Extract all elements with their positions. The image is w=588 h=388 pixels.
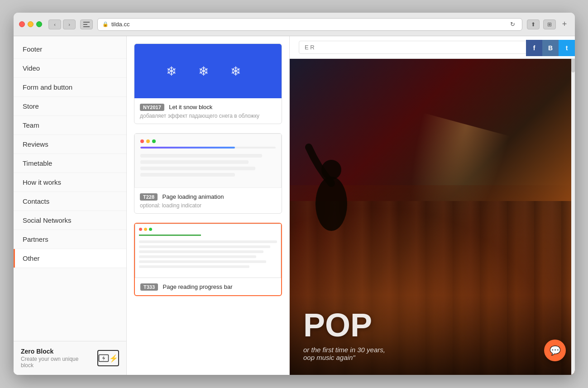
close-button[interactable] xyxy=(19,21,25,27)
dot-1 xyxy=(140,139,144,143)
svg-rect-0 xyxy=(83,22,90,23)
sidebar-item-label: Store xyxy=(23,102,39,110)
progress-reading-bar xyxy=(139,235,201,236)
reader-button[interactable]: ⊞ xyxy=(543,19,556,29)
content-line-3 xyxy=(140,167,255,170)
loading-content-lines xyxy=(140,154,276,177)
sidebar-item-label: Reviews xyxy=(23,140,48,148)
sidebar-item-team[interactable]: Team xyxy=(14,116,126,135)
block-card-snow[interactable]: ❄ ❄ ❄ NY2017 Let it snow block добавляет… xyxy=(134,43,282,124)
browser-titlebar: ‹ › 🔒 tilda.cc ↻ ⬆ ⊞ + xyxy=(14,13,575,36)
site-preview: f B t xyxy=(290,36,575,375)
sidebar-item-label: Other xyxy=(23,254,40,262)
pdot-2 xyxy=(144,228,147,231)
content-line-1 xyxy=(140,154,262,158)
snow-preview: ❄ ❄ ❄ xyxy=(134,44,282,98)
block-info-progress: T333 Page reading progress bar xyxy=(135,278,281,295)
sidebar-item-label: Social Networks xyxy=(23,216,72,224)
zero-block-section[interactable]: Zero Block Create your own unique block xyxy=(14,341,126,375)
minimize-button[interactable] xyxy=(28,21,33,27)
ptl-2 xyxy=(139,245,270,248)
block-desc-snow: добавляет эффект падающего снега в облож… xyxy=(140,113,276,119)
pop-text-label: POP xyxy=(303,307,372,343)
sidebar-item-video[interactable]: Video xyxy=(14,59,126,78)
progress-preview xyxy=(135,224,281,278)
sidebar-item-label: Contacts xyxy=(23,197,49,205)
social-share-bar: f B t xyxy=(526,40,575,56)
block-card-progress[interactable]: T333 Page reading progress bar xyxy=(134,223,282,296)
browser-dots-progress xyxy=(139,228,277,231)
address-bar[interactable]: 🔒 tilda.cc ↻ xyxy=(97,18,522,31)
pdot-3 xyxy=(149,228,152,231)
sidebar-nav: Footer Video Form and button Store Team … xyxy=(14,36,126,341)
lock-icon: 🔒 xyxy=(102,21,109,27)
vk-share-button[interactable]: B xyxy=(542,40,559,56)
block-info-loading: T228 Page loading animation optional: lo… xyxy=(134,188,282,213)
sidebar-item-how-it-works[interactable]: How it works xyxy=(14,173,126,192)
ptl-6 xyxy=(139,265,249,268)
reload-button[interactable]: ↻ xyxy=(507,19,517,29)
person-silhouette xyxy=(304,122,359,213)
facebook-share-button[interactable]: f xyxy=(526,40,542,56)
sidebar-item-timetable[interactable]: Timetable xyxy=(14,154,126,173)
traffic-lights xyxy=(19,21,42,27)
blocks-panel: ❄ ❄ ❄ NY2017 Let it snow block добавляет… xyxy=(127,36,290,375)
person-svg xyxy=(304,122,359,235)
ptl-3 xyxy=(139,250,263,253)
scrollbar-track xyxy=(571,36,575,375)
pop-heading: POP xyxy=(303,309,561,341)
block-card-loading[interactable]: T228 Page loading animation optional: lo… xyxy=(134,133,282,214)
concert-overlay: POP or the first time in 30 years,oop mu… xyxy=(290,295,575,375)
concert-background: POP or the first time in 30 years,oop mu… xyxy=(290,59,575,375)
sidebar-item-label: Video xyxy=(23,64,40,72)
sidebar-item-label: Timetable xyxy=(23,159,52,167)
browser-window: ‹ › 🔒 tilda.cc ↻ ⬆ ⊞ + Footer xyxy=(14,13,575,375)
sidebar-item-contacts[interactable]: Contacts xyxy=(14,192,126,211)
nav-buttons: ‹ › xyxy=(48,19,76,29)
sidebar-icon xyxy=(83,22,90,27)
chat-widget-button[interactable]: 💬 xyxy=(544,340,566,361)
zero-block-icon xyxy=(97,350,119,366)
content-line-4 xyxy=(140,173,235,177)
svg-rect-2 xyxy=(83,26,90,27)
pdot-1 xyxy=(139,228,142,231)
sidebar-item-partners[interactable]: Partners xyxy=(14,230,126,249)
loading-bar xyxy=(140,147,235,148)
sidebar-item-social-networks[interactable]: Social Networks xyxy=(14,211,126,230)
zero-block-title: Zero Block xyxy=(21,348,92,355)
back-button[interactable]: ‹ xyxy=(48,19,61,29)
progress-text-lines xyxy=(139,240,277,268)
content-line-2 xyxy=(140,160,249,164)
zero-block-subtitle: Create your own unique block xyxy=(21,356,92,369)
url-text: tilda.cc xyxy=(111,21,129,28)
share-button[interactable]: ⬆ xyxy=(527,19,540,29)
toolbar-right: ⬆ ⊞ + xyxy=(527,19,569,29)
sidebar-item-label: Team xyxy=(23,121,39,129)
sidebar-item-form-and-button[interactable]: Form and button xyxy=(14,78,126,97)
loading-preview xyxy=(134,134,282,188)
block-name-loading: Page loading animation xyxy=(163,193,224,200)
ptl-4 xyxy=(139,255,256,258)
sidebar-item-label: How it works xyxy=(23,178,61,186)
sidebar-item-store[interactable]: Store xyxy=(14,97,126,116)
sidebar-item-footer[interactable]: Footer xyxy=(14,40,126,59)
browser-content: Footer Video Form and button Store Team … xyxy=(14,36,575,375)
sidebar-item-label: Form and button xyxy=(23,83,72,91)
sidebar-toggle-button[interactable] xyxy=(80,19,93,29)
lightning-icon xyxy=(98,353,109,364)
block-desc-loading: optional: loading indicator xyxy=(140,202,276,209)
sidebar-item-reviews[interactable]: Reviews xyxy=(14,135,126,154)
site-search-bar: f B t xyxy=(290,36,575,59)
twitter-share-button[interactable]: t xyxy=(559,40,575,56)
add-tab-button[interactable]: + xyxy=(559,19,569,29)
block-tag-ny: NY2017 xyxy=(140,104,164,111)
sidebar: Footer Video Form and button Store Team … xyxy=(14,36,127,375)
maximize-button[interactable] xyxy=(36,21,42,27)
forward-button[interactable]: › xyxy=(63,19,76,29)
main-content: ❄ ❄ ❄ NY2017 Let it snow block добавляет… xyxy=(127,36,575,375)
block-tag-t228: T228 xyxy=(140,193,158,201)
block-info-snow: NY2017 Let it snow block добавляет эффек… xyxy=(134,98,282,124)
dot-3 xyxy=(152,139,156,143)
snowflakes-decoration: ❄ ❄ ❄ xyxy=(166,64,250,79)
sidebar-item-other[interactable]: Other xyxy=(14,249,126,268)
